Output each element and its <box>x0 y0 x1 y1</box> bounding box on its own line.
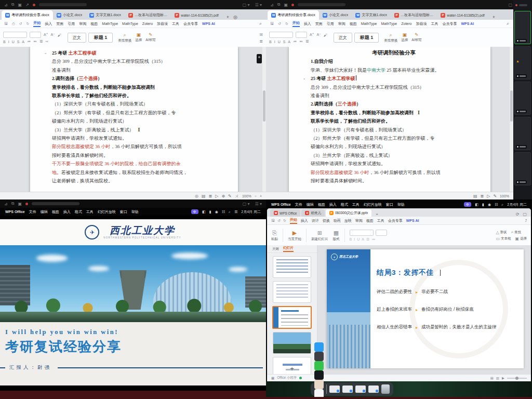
ribbon-menu-item[interactable]: MathType <box>122 22 138 25</box>
ribbon-button[interactable]: ✎ AI帮写 <box>145 32 155 43</box>
edit-mode-icon[interactable]: ✎ <box>228 194 232 198</box>
zoom-level[interactable]: 100% <box>500 194 509 198</box>
presentation-tab[interactable]: W WPS Office <box>270 209 300 217</box>
doc-line[interactable]: 部分院校志愿被锁定 36 小时，36 小时后解锁方可换填，所以填 <box>311 168 477 177</box>
ribbon-menu-item[interactable]: 插入 <box>304 21 311 26</box>
dock-window-preview[interactable] <box>355 385 366 393</box>
style-heading1[interactable]: 标题 1 <box>88 33 113 43</box>
ribbon-menu-item[interactable]: MathType <box>361 22 377 25</box>
ribbon-button[interactable]: ⌕ 查找替换 <box>384 32 397 43</box>
font-grow-icon[interactable]: A⁺ <box>310 33 314 37</box>
doc-line[interactable]: 部分院校志愿被锁定 36 小时，36 小时后解锁方可换填，所以填 <box>52 142 224 151</box>
play-from-current-button[interactable]: ▶ 当页开始 <box>288 230 301 242</box>
doc-line[interactable]: 地。若被锁定且未接收复试通知，联系院校招生办老师询问情况， <box>52 168 224 177</box>
search-icon[interactable]: ⌕ <box>259 21 262 26</box>
ribbon-menu-item[interactable]: 审阅 <box>338 21 345 26</box>
slide-bullet-row[interactable]: 相信人生的容错率 ▸ 成功是暂时的，失败才是人生的主旋律 <box>377 324 524 330</box>
document-tab[interactable]: P water-114-61385(2).pdf <box>437 10 488 20</box>
ribbon-menu-item[interactable]: 工具 <box>172 21 179 26</box>
ribbon-menu-item[interactable]: 引用 <box>327 21 334 26</box>
shapes-button[interactable]: △形状 <box>496 230 507 235</box>
menubar-item[interactable]: 格式 <box>75 209 82 215</box>
document-canvas[interactable]: 考研调剂经验分享1.自我介绍学弟、学妹们大家好！我是中南大学 25 届本科毕业生… <box>266 47 513 192</box>
ribbon-menu-item[interactable]: 开始 <box>33 20 41 27</box>
doc-line[interactable]: 千万不要一股脑全填锁定 36 小时的院校，给自己留有调整的余 <box>52 159 224 168</box>
slide-thumbnail[interactable] <box>273 332 311 354</box>
paste-button[interactable]: ⎘ 粘贴 <box>271 230 278 242</box>
save-icon[interactable]: 🖫 <box>270 22 274 25</box>
doc-line[interactable]: 研招网申请调剂，学校发复试通知。 <box>52 134 224 142</box>
wifi-icon[interactable]: ☷ <box>495 203 498 207</box>
ribbon-menu-item[interactable]: 插入 <box>45 21 52 26</box>
read-mode-icon[interactable]: ▷ <box>215 194 218 198</box>
align-left-icon[interactable]: ☰ <box>305 39 309 44</box>
read-mode-icon[interactable]: ▷ <box>487 194 490 198</box>
ribbon-menu-item[interactable]: 引用 <box>68 21 75 26</box>
outline-view-icon[interactable]: ≣ <box>481 194 484 198</box>
doc-line[interactable]: 考研调剂经验分享 <box>311 49 477 57</box>
ribbon-tab[interactable]: 放映 <box>344 218 352 223</box>
share-icon[interactable]: ↗ <box>25 3 29 7</box>
tab-outline[interactable]: 大纲 <box>272 247 279 251</box>
bullet-list-icon[interactable]: ≔ <box>293 39 297 44</box>
highlight-icon[interactable]: A <box>22 40 24 44</box>
dock-app-icon[interactable] <box>314 342 324 352</box>
participant-tile[interactable] <box>514 152 531 185</box>
new-tab-button[interactable]: + <box>376 212 378 217</box>
menubar-item[interactable]: 帮助 <box>131 209 139 215</box>
doc-line[interactable]: ≡25 考研 土木工程学硕 <box>311 74 477 83</box>
undo-icon[interactable]: ↺ <box>277 219 281 223</box>
underline-icon[interactable]: U <box>357 237 360 241</box>
grid-icon[interactable]: ▦ <box>271 376 274 380</box>
doc-line[interactable]: 让老师解锁，换填其他院校。 <box>52 177 224 185</box>
ribbon-menu-item[interactable]: 加载项 <box>416 21 427 26</box>
meeting-camera-widget[interactable] <box>257 54 262 63</box>
doc-line[interactable]: （1）深圳大学（只有专硕名额，到现场复试） <box>311 126 477 134</box>
menubar-item[interactable]: 工具 <box>352 202 360 207</box>
font-name-select[interactable] <box>350 230 374 236</box>
spellcheck-icon[interactable]: ◎ <box>195 194 198 198</box>
edit-mode-icon[interactable]: ✎ <box>493 194 497 198</box>
spotlight-icon[interactable]: ⌕ <box>501 203 503 207</box>
save-icon[interactable]: 🖫 <box>271 219 275 223</box>
redo-icon[interactable]: ↻ <box>26 22 29 26</box>
style-heading1[interactable]: 标题 1 <box>354 33 379 43</box>
undo-icon[interactable]: ↺ <box>278 22 281 26</box>
new-tab-button[interactable]: + <box>493 15 495 20</box>
dock-app-icon[interactable] <box>314 380 324 389</box>
highlight-icon[interactable]: A <box>288 40 290 44</box>
ribbon-menu-item[interactable]: WPS AI <box>461 22 474 25</box>
vertical-scrollbar[interactable] <box>262 47 266 192</box>
bullet-list-icon[interactable]: ≔ <box>371 237 375 242</box>
bold-icon[interactable]: B <box>269 40 272 44</box>
doc-line[interactable]: 2.调剂选择（三个选择） <box>311 100 477 108</box>
ribbon-button[interactable]: ⌕ 查找替换 <box>118 32 131 43</box>
menubar-item[interactable]: 文件 <box>29 209 36 215</box>
doc-line[interactable]: 联系学长学姐，了解他们经历和评价。 <box>311 117 477 125</box>
window-settings-icon[interactable]: ◎ <box>233 15 237 20</box>
format-painter-icon[interactable]: 🖌 <box>324 33 327 37</box>
zoom-out-button[interactable]: − <box>255 194 257 198</box>
sync-icon[interactable]: ⟳ <box>516 212 520 217</box>
font-size-select[interactable] <box>376 230 387 236</box>
document-tab[interactable]: P …改革与运动指标… <box>391 10 437 20</box>
ribbon-tab[interactable]: 动画 <box>334 218 341 223</box>
style-body[interactable]: 正文 <box>334 33 352 43</box>
ribbon-tab[interactable]: 工具 <box>377 218 384 223</box>
wifi-icon[interactable]: ☷ <box>222 210 225 214</box>
ribbon-button[interactable]: ▣ 选择 <box>401 32 408 43</box>
menubar-item[interactable]: 工具 <box>86 209 94 215</box>
ribbon-tab[interactable]: 切换 <box>323 218 330 223</box>
new-slide-button[interactable]: ⊞ 新建幻灯片 <box>311 230 328 242</box>
print-icon[interactable]: ⎙ <box>12 22 15 26</box>
ribbon-menu-item[interactable]: 加载项 <box>157 21 168 26</box>
font-shrink-icon[interactable]: A⁻ <box>316 33 321 37</box>
font-size-select[interactable] <box>296 32 307 38</box>
doc-line[interactable]: 查学校排名，看分数线，判断能不能参加高校调剂 <box>52 83 224 91</box>
menubar-clock[interactable]: 2月4日 周二 <box>241 209 261 215</box>
trash-icon[interactable] <box>381 384 390 394</box>
ribbon-menu-item[interactable]: 会员专享 <box>183 21 198 26</box>
redo-icon[interactable]: ↻ <box>283 219 286 223</box>
save-icon[interactable]: 🖫 <box>4 22 8 25</box>
doc-line[interactable]: （3）兰州大学（距离较远，线上复试） <box>311 151 477 159</box>
